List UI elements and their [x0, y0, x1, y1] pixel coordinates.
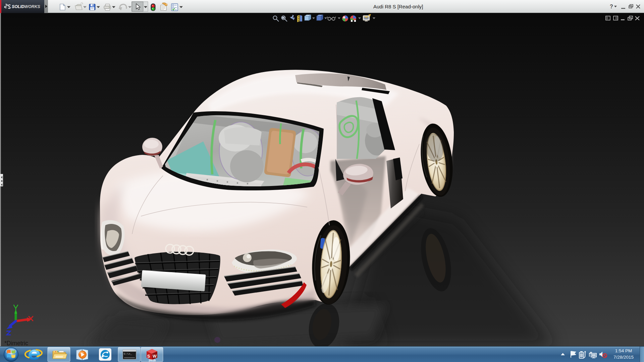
svg-text:C:\>_: C:\>_ [124, 352, 132, 355]
svg-text:2015: 2015 [149, 358, 156, 362]
svg-text:*Dimetric: *Dimetric [4, 340, 28, 346]
svg-text:?: ? [610, 4, 613, 9]
